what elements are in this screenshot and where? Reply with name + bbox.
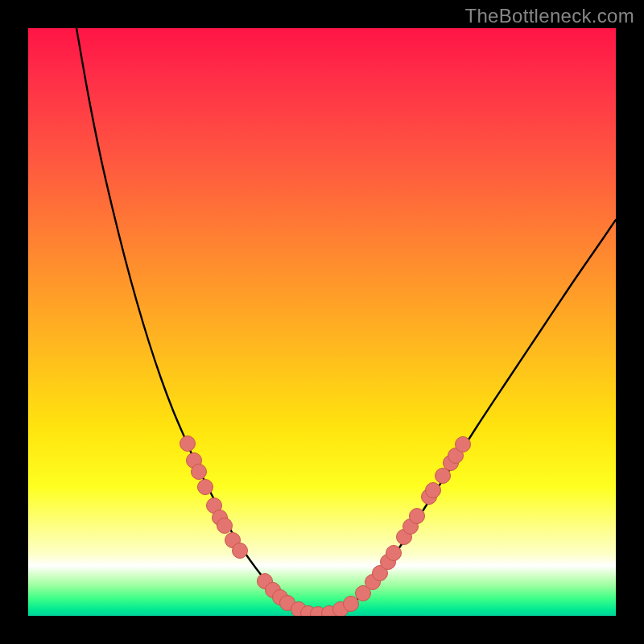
data-dot (344, 597, 359, 612)
data-dot (217, 518, 233, 534)
data-dot (233, 543, 248, 559)
data-dot (426, 483, 441, 498)
v-curve (76, 28, 616, 614)
data-dot (198, 480, 213, 495)
data-dot (386, 546, 402, 561)
dot-layer (180, 436, 471, 617)
outer-frame: TheBottleneck.com (0, 0, 644, 644)
data-dot (192, 464, 207, 480)
data-dot (410, 509, 425, 524)
curve-layer (28, 28, 616, 616)
data-dot (180, 436, 196, 452)
data-dot (456, 437, 471, 452)
plot-area (28, 28, 616, 616)
watermark-text: TheBottleneck.com (464, 5, 634, 27)
